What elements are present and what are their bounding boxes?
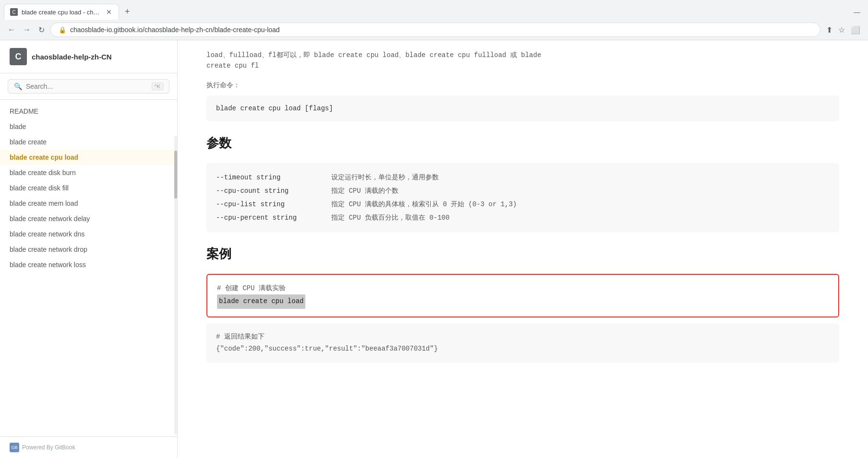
sidebar-item-blade-create[interactable]: blade create: [0, 134, 177, 150]
sidebar-item-blade-create-network-drop[interactable]: blade create network drop: [0, 242, 177, 257]
tab-bar: C blade create cpu load - chaos ✕ + —: [0, 0, 868, 20]
scrollbar-thumb[interactable]: [174, 151, 177, 199]
extensions-button[interactable]: ⬜: [849, 23, 862, 36]
sidebar-item-blade-create-network-delay[interactable]: blade create network delay: [0, 211, 177, 226]
toolbar-icons: ⬆ ☆ ⬜: [824, 23, 862, 36]
address-text: chaosblade-io.gitbook.io/chaosblade-help…: [70, 26, 812, 34]
gitbook-icon: GB: [10, 443, 19, 452]
forward-button[interactable]: →: [21, 23, 33, 36]
sidebar-item-blade-create-network-dns[interactable]: blade create network dns: [0, 226, 177, 242]
param-row-cpu-list: --cpu-list string 指定 CPU 满载的具体核，核索引从 0 开…: [216, 198, 830, 211]
search-box[interactable]: 🔍 ^K: [8, 79, 169, 94]
sidebar-item-blade-create-disk-fill[interactable]: blade create disk fill: [0, 180, 177, 196]
search-input[interactable]: [26, 82, 148, 90]
result-comment: # 返回结果如下: [216, 331, 830, 343]
sidebar-brand: chaosblade-help-zh-CN: [32, 53, 112, 61]
gitbook-branding: GB Powered By GitBook: [10, 443, 75, 452]
minimize-button[interactable]: —: [850, 6, 864, 18]
address-bar: ← → ↻ 🔒 chaosblade-io.gitbook.io/chaosbl…: [0, 20, 868, 40]
sidebar-item-blade-create-disk-burn[interactable]: blade create disk burn: [0, 165, 177, 180]
example-code-block: # 创建 CPU 满载实验 blade create cpu load: [206, 274, 839, 317]
param-cpu-count-name: --cpu-count string: [216, 184, 322, 198]
active-tab[interactable]: C blade create cpu load - chaos ✕: [4, 4, 119, 20]
example-comment: # 创建 CPU 满载实验: [217, 282, 829, 294]
example-cmd-text: blade create cpu load: [217, 294, 305, 308]
param-timeout-desc: 设定运行时长，单位是秒，通用参数: [331, 171, 439, 184]
result-json: {"code":200,"success":true,"result":"bee…: [216, 343, 830, 355]
param-cpu-list-desc: 指定 CPU 满载的具体核，核索引从 0 开始 (0-3 or 1,3): [331, 198, 517, 211]
main-layout: C chaosblade-help-zh-CN 🔍 ^K README blad…: [0, 40, 868, 458]
intro-line1: load、fullload、fl都可以，即 blade create cpu l…: [206, 51, 541, 59]
param-row-timeout: --timeout string 设定运行时长，单位是秒，通用参数: [216, 171, 830, 184]
content-area: load、fullload、fl都可以，即 blade create cpu l…: [178, 40, 868, 458]
command-syntax-block: blade create cpu load [flags]: [206, 95, 839, 121]
sidebar-item-blade-create-network-loss[interactable]: blade create network loss: [0, 257, 177, 272]
new-tab-button[interactable]: +: [121, 5, 134, 19]
params-heading: 参数: [206, 135, 839, 155]
param-cpu-percent-desc: 指定 CPU 负载百分比，取值在 0-100: [331, 211, 449, 224]
param-row-cpu-percent: --cpu-percent string 指定 CPU 负载百分比，取值在 0-…: [216, 211, 830, 224]
sidebar-search: 🔍 ^K: [0, 73, 177, 100]
search-shortcut: ^K: [152, 82, 164, 90]
param-row-cpu-count: --cpu-count string 指定 CPU 满载的个数: [216, 184, 830, 198]
browser-chrome: C blade create cpu load - chaos ✕ + — ← …: [0, 0, 868, 40]
sidebar-item-blade-create-mem-load[interactable]: blade create mem load: [0, 196, 177, 211]
address-input-container[interactable]: 🔒 chaosblade-io.gitbook.io/chaosblade-he…: [50, 23, 820, 37]
sidebar-item-blade[interactable]: blade: [0, 119, 177, 134]
lock-icon: 🔒: [59, 26, 66, 34]
search-icon: 🔍: [14, 82, 22, 90]
sidebar-nav: README blade blade create blade create c…: [0, 100, 177, 436]
bookmark-button[interactable]: ☆: [836, 23, 847, 36]
example-command-line: blade create cpu load: [217, 294, 829, 308]
command-syntax-text: blade create cpu load [flags]: [216, 105, 333, 112]
param-cpu-list-name: --cpu-list string: [216, 198, 322, 211]
param-timeout-name: --timeout string: [216, 171, 322, 184]
sidebar-footer: GB Powered By GitBook: [0, 436, 177, 458]
share-button[interactable]: ⬆: [824, 23, 834, 36]
examples-heading: 案例: [206, 246, 839, 266]
scrollbar-track: [174, 136, 177, 434]
tab-close-button[interactable]: ✕: [105, 7, 113, 17]
sidebar-header: C chaosblade-help-zh-CN: [0, 40, 177, 73]
tab-favicon: C: [10, 8, 18, 16]
reload-button[interactable]: ↻: [36, 23, 47, 36]
content-intro-text: load、fullload、fl都可以，即 blade create cpu l…: [206, 40, 839, 76]
param-cpu-count-desc: 指定 CPU 满载的个数: [331, 184, 398, 198]
intro-line2: create cpu fl: [206, 62, 259, 70]
powered-by-label: Powered By GitBook: [22, 444, 75, 451]
sidebar: C chaosblade-help-zh-CN 🔍 ^K README blad…: [0, 40, 178, 458]
sidebar-item-blade-create-cpu-load[interactable]: blade create cpu load: [0, 150, 177, 165]
tab-title: blade create cpu load - chaos: [22, 9, 101, 16]
params-block: --timeout string 设定运行时长，单位是秒，通用参数 --cpu-…: [206, 163, 839, 232]
result-block: # 返回结果如下 {"code":200,"success":true,"res…: [206, 323, 839, 363]
exec-label: 执行命令：: [206, 81, 839, 90]
back-button[interactable]: ←: [6, 23, 17, 36]
sidebar-item-readme[interactable]: README: [0, 104, 177, 119]
param-cpu-percent-name: --cpu-percent string: [216, 211, 322, 224]
sidebar-logo: C: [10, 48, 27, 65]
